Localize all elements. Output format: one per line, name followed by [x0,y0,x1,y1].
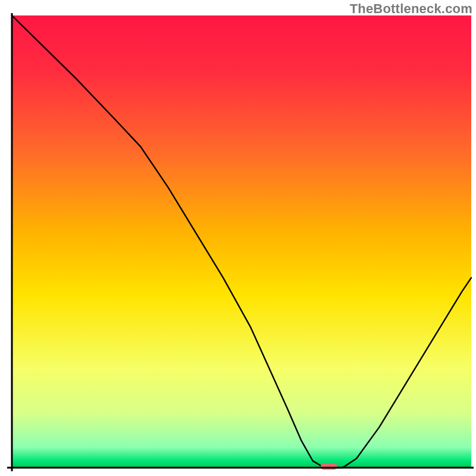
chart-stage: TheBottleneck.com [0,0,476,476]
optimal-marker [321,464,337,470]
bottleneck-chart [0,0,476,476]
watermark-text: TheBottleneck.com [350,1,472,17]
